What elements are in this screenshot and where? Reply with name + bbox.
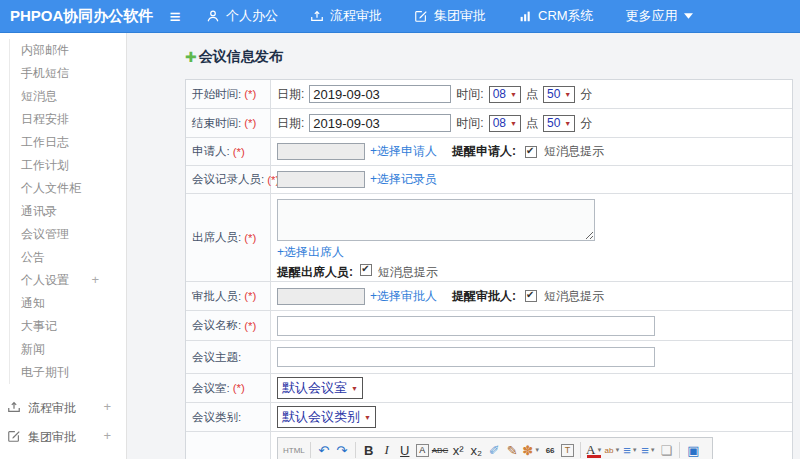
- sidebar-item-6[interactable]: 个人文件柜: [10, 177, 126, 200]
- form-row-content-editor: HTML↶↷BIUAABCx²x₂✐✎✽▼66TA▼ab▼≡▼≡▼❏▣: [186, 432, 792, 459]
- ordered-list-button[interactable]: ≡▼: [621, 441, 639, 459]
- caret-down-icon: ▼: [364, 414, 371, 421]
- underline-button[interactable]: U: [396, 441, 414, 459]
- hour-unit: 点: [526, 115, 538, 132]
- field-label: 审批人员:: [192, 289, 241, 304]
- sidebar-item-0[interactable]: 内部邮件: [10, 39, 126, 62]
- sidebar-item-14[interactable]: 电子期刊: [10, 361, 126, 384]
- form-row-meeting-room: 会议室:(*) 默认会议室▼: [186, 374, 792, 403]
- toolbar-separator: [355, 442, 356, 458]
- start-hour-select[interactable]: 08▼: [489, 86, 521, 103]
- meeting-subject-input[interactable]: [277, 347, 655, 367]
- sidebar-item-12[interactable]: 大事记: [10, 315, 126, 338]
- sidebar-item-10[interactable]: 个人设置+: [10, 269, 126, 292]
- select-recorder-link[interactable]: +选择记录员: [370, 171, 437, 188]
- top-nav-item-4[interactable]: 更多应用: [626, 7, 693, 25]
- recorder-input[interactable]: [277, 171, 365, 188]
- sidebar-item-7[interactable]: 通讯录: [10, 200, 126, 223]
- caret-down-icon: ▼: [510, 91, 517, 98]
- app-root: PHPOA协同办公软件 ≡ 个人办公流程审批集团审批CRM系统更多应用 内部邮件…: [0, 0, 800, 459]
- applicant-sms-checkbox[interactable]: [525, 146, 537, 158]
- flow-approval-icon: [7, 400, 21, 417]
- sidebar-item-1[interactable]: 手机短信: [10, 62, 126, 85]
- page-title: ✚ 会议信息发布: [185, 48, 283, 66]
- start-minute-select[interactable]: 50▼: [543, 86, 575, 103]
- flow-approval-icon: [310, 9, 324, 23]
- top-nav-item-3[interactable]: CRM系统: [518, 7, 594, 25]
- time-label: 时间:: [456, 115, 483, 132]
- sidebar-section-0[interactable]: 流程审批+: [0, 394, 126, 423]
- end-date-input[interactable]: [309, 114, 451, 132]
- fullscreen-button[interactable]: ▣: [684, 441, 702, 459]
- expand-plus-icon[interactable]: +: [103, 428, 111, 443]
- start-date-input[interactable]: [309, 85, 451, 103]
- undo-button[interactable]: ↶: [315, 441, 333, 459]
- attendees-sms-checkbox[interactable]: [360, 264, 372, 276]
- italic-button[interactable]: I: [378, 441, 396, 459]
- meeting-name-input[interactable]: [277, 316, 655, 336]
- sidebar-item-5[interactable]: 工作计划: [10, 154, 126, 177]
- meeting-room-select[interactable]: 默认会议室▼: [277, 377, 363, 399]
- sidebar-item-13[interactable]: 新闻: [10, 338, 126, 361]
- meeting-category-select[interactable]: 默认会议类别▼: [277, 406, 376, 428]
- sidebar-item-label: 公告: [21, 250, 45, 264]
- top-nav-item-1[interactable]: 流程审批: [310, 7, 382, 25]
- select-approver-link[interactable]: +选择审批人: [370, 288, 437, 305]
- end-minute-select[interactable]: 50▼: [543, 115, 575, 132]
- toolbar-separator: [679, 442, 680, 458]
- bold-button[interactable]: B: [360, 441, 378, 459]
- caret-down-icon: ▼: [564, 120, 571, 127]
- top-nav-item-0[interactable]: 个人办公: [206, 7, 278, 25]
- sidebar-item-label: 通知: [21, 296, 45, 310]
- color-splash-button[interactable]: ✽▼: [521, 441, 541, 459]
- sidebar-item-2[interactable]: 短消息: [10, 85, 126, 108]
- html-source-button[interactable]: HTML: [282, 441, 306, 459]
- select-applicant-link[interactable]: +选择申请人: [370, 143, 437, 160]
- expand-plus-icon[interactable]: +: [91, 273, 99, 286]
- sidebar-section-1[interactable]: 集团审批+: [0, 423, 126, 452]
- highlight-button[interactable]: ab▼: [603, 441, 621, 459]
- field-label: 会议室:: [192, 381, 230, 396]
- form-row-approver: 审批人员:(*) +选择审批人 提醒审批人: 短消息提示: [186, 282, 792, 311]
- font-size-button[interactable]: A: [416, 444, 429, 457]
- sidebar-item-label: 个人设置: [21, 273, 69, 287]
- new-page-button[interactable]: ❏: [657, 441, 675, 459]
- sidebar-item-label: 个人文件柜: [21, 181, 81, 195]
- remove-format-button[interactable]: ✐: [485, 441, 503, 459]
- time-label: 时间:: [456, 86, 483, 103]
- font-color-button[interactable]: A▼: [585, 441, 603, 459]
- sidebar-item-3[interactable]: 日程安排: [10, 108, 126, 131]
- sidebar-item-label: 日程安排: [21, 112, 69, 126]
- applicant-input[interactable]: [277, 143, 365, 160]
- end-hour-select[interactable]: 08▼: [489, 115, 521, 132]
- sms-option-label: 短消息提示: [544, 143, 604, 160]
- caret-down-icon: ▼: [564, 91, 571, 98]
- strikethrough-button[interactable]: ABC: [431, 441, 449, 459]
- required-marker: (*): [244, 88, 256, 100]
- top-nav-label: 集团审批: [434, 7, 486, 25]
- redo-button[interactable]: ↷: [333, 441, 351, 459]
- blockquote-button[interactable]: 66: [541, 441, 559, 459]
- subscript-button[interactable]: x₂: [467, 441, 485, 459]
- sidebar-item-9[interactable]: 公告: [10, 246, 126, 269]
- format-brush-button[interactable]: ✎: [503, 441, 521, 459]
- required-marker: (*): [244, 290, 256, 302]
- sidebar-item-4[interactable]: 工作日志: [10, 131, 126, 154]
- superscript-button[interactable]: x²: [449, 441, 467, 459]
- paste-table-button[interactable]: T: [561, 444, 574, 457]
- expand-plus-icon[interactable]: +: [103, 399, 111, 414]
- sidebar-item-11[interactable]: 通知: [10, 292, 126, 315]
- select-attendees-link[interactable]: +选择出席人: [277, 244, 344, 261]
- hamburger-menu-icon[interactable]: ≡: [158, 0, 192, 33]
- sidebar-section-label: 集团审批: [28, 429, 76, 446]
- attendees-textarea[interactable]: [277, 199, 595, 241]
- unordered-list-button[interactable]: ≡▼: [639, 441, 657, 459]
- crm-chart-icon: [518, 9, 532, 23]
- approver-input[interactable]: [277, 288, 365, 305]
- sidebar-item-label: 内部邮件: [21, 43, 69, 57]
- sidebar-item-8[interactable]: 会议管理: [10, 223, 126, 246]
- approver-sms-checkbox[interactable]: [525, 290, 537, 302]
- sidebar-section-2[interactable]: CRM系统+: [0, 452, 126, 459]
- top-nav-item-2[interactable]: 集团审批: [414, 7, 486, 25]
- toolbar-separator: [310, 442, 311, 458]
